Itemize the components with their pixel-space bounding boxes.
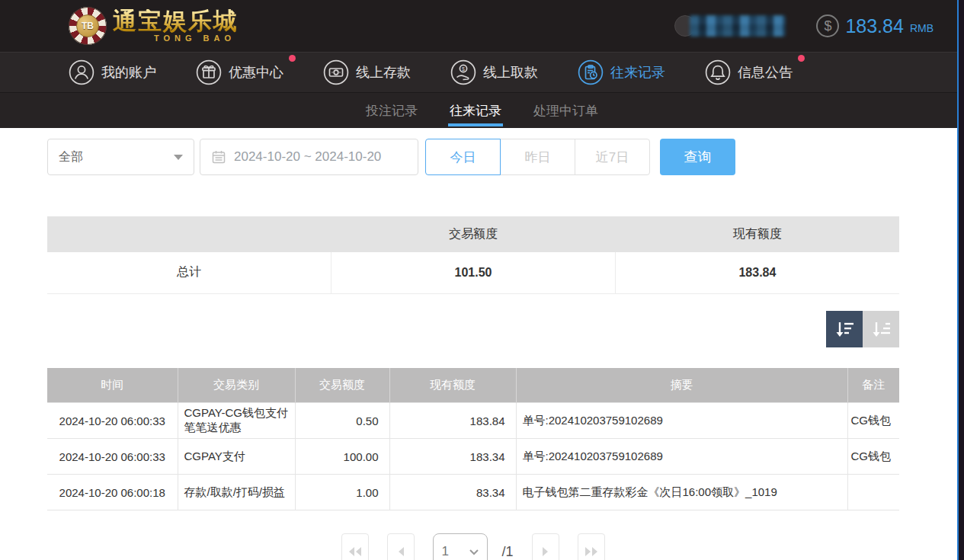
summary-balance-total: 183.84 xyxy=(615,252,899,293)
cell-note: CG钱包 xyxy=(847,439,899,475)
col-note: 备注 xyxy=(847,368,899,403)
first-page-icon xyxy=(348,546,362,557)
tab-pending-orders[interactable]: 处理中订单 xyxy=(532,93,600,128)
sort-descending-button[interactable] xyxy=(826,311,863,347)
site-subtitle: TONG BAO xyxy=(154,34,235,43)
dollar-coin-icon: $ xyxy=(816,14,839,37)
col-balance: 现有额度 xyxy=(389,368,516,403)
summary-total-label: 总计 xyxy=(47,252,331,293)
nav-item-records[interactable]: 往来记录 xyxy=(578,59,665,85)
nav-item-deposit[interactable]: 线上存款 xyxy=(323,59,411,85)
cell-balance: 83.34 xyxy=(389,475,516,510)
prev-page-icon xyxy=(397,546,405,557)
transactions-table: 时间 交易类别 交易额度 现有额度 摘要 备注 2024-10-20 06:00… xyxy=(47,368,899,511)
sort-descending-icon xyxy=(834,319,854,339)
page-total-label: /1 xyxy=(501,544,513,560)
gift-icon xyxy=(196,59,222,85)
filter-row: 全部 2024-10-20 ~ 2024-10-20 今日 昨日 近7日 查询 xyxy=(47,139,899,175)
sort-controls xyxy=(47,311,899,347)
summary-header-balance: 现有额度 xyxy=(615,216,899,252)
balance-display[interactable]: $ 183.84 RMB xyxy=(816,14,934,37)
nav-item-announcements[interactable]: 信息公告 xyxy=(705,59,793,85)
chevron-down-icon xyxy=(469,549,479,555)
bell-icon xyxy=(705,59,731,85)
last-page-button[interactable] xyxy=(578,533,605,560)
nav-label: 信息公告 xyxy=(738,63,793,82)
page-select-value: 1 xyxy=(441,544,448,559)
type-select[interactable]: 全部 xyxy=(47,139,194,175)
site-logo[interactable]: TB 通宝娱乐城 TONG BAO xyxy=(69,7,239,45)
notification-dot xyxy=(289,55,296,62)
col-type: 交易类别 xyxy=(178,368,295,403)
cell-type: CGPAY-CG钱包支付笔笔送优惠 xyxy=(178,403,295,439)
pagination: 1 /1 xyxy=(47,533,899,560)
summary-row-total: 总计 101.50 183.84 xyxy=(47,252,899,293)
cell-time: 2024-10-20 06:00:18 xyxy=(47,475,178,510)
cell-amount: 100.00 xyxy=(295,439,389,475)
casino-chip-icon: TB xyxy=(69,7,107,45)
cell-balance: 183.34 xyxy=(389,439,516,475)
username-area[interactable] xyxy=(674,15,786,37)
cell-amount: 1.00 xyxy=(295,475,389,510)
cell-type: 存款/取款/打码/损益 xyxy=(178,475,295,510)
cell-balance: 183.84 xyxy=(389,403,516,439)
cell-amount: 0.50 xyxy=(295,403,389,439)
cell-time: 2024-10-20 06:00:33 xyxy=(47,439,178,475)
svg-text:$: $ xyxy=(462,66,465,72)
deposit-icon xyxy=(323,59,349,85)
summary-header-transaction: 交易额度 xyxy=(331,216,616,252)
nav-label: 线上存款 xyxy=(356,63,411,82)
quick-btn-today[interactable]: 今日 xyxy=(425,139,501,175)
type-select-value: 全部 xyxy=(59,149,83,165)
nav-label: 我的账户 xyxy=(101,63,156,82)
quick-btn-last7days[interactable]: 近7日 xyxy=(575,139,650,175)
chip-monogram: TB xyxy=(76,14,99,37)
withdraw-icon: $ xyxy=(450,59,476,85)
table-row: 2024-10-20 06:00:33 CGPAY支付 100.00 183.3… xyxy=(47,439,899,475)
cell-summary: 单号:202410203759102689 xyxy=(516,439,847,475)
sort-ascending-icon xyxy=(871,319,891,339)
nav-label: 往来记录 xyxy=(610,63,665,82)
date-range-input[interactable]: 2024-10-20 ~ 2024-10-20 xyxy=(200,139,418,175)
quick-range-group: 今日 昨日 近7日 xyxy=(425,139,650,175)
cell-time: 2024-10-20 06:00:33 xyxy=(47,403,178,439)
calendar-icon xyxy=(211,149,226,165)
last-page-icon xyxy=(584,546,598,557)
col-summary: 摘要 xyxy=(516,368,847,403)
user-icon xyxy=(69,59,94,85)
cell-note: CG钱包 xyxy=(847,403,899,439)
nav-item-withdraw[interactable]: $ 线上取款 xyxy=(450,59,538,85)
sort-ascending-button[interactable] xyxy=(863,311,899,347)
date-range-value: 2024-10-20 ~ 2024-10-20 xyxy=(234,149,381,165)
content-area: 全部 2024-10-20 ~ 2024-10-20 今日 昨日 近7日 查询 … xyxy=(0,128,964,560)
quick-btn-yesterday[interactable]: 昨日 xyxy=(500,139,575,175)
notification-dot xyxy=(798,55,805,62)
cell-summary: 单号:202410203759102689 xyxy=(516,403,847,439)
nav-item-my-account[interactable]: 我的账户 xyxy=(69,59,156,85)
username-redacted xyxy=(690,15,786,37)
cell-type: CGPAY支付 xyxy=(178,439,295,475)
main-nav: 我的账户 优惠中心 线上存款 $ 线上取款 往来记录 xyxy=(0,52,964,92)
chevron-down-icon xyxy=(174,155,183,160)
col-amount: 交易额度 xyxy=(295,368,389,403)
transactions-header-row: 时间 交易类别 交易额度 现有额度 摘要 备注 xyxy=(47,368,899,403)
window-edge-strip xyxy=(959,0,964,560)
query-button[interactable]: 查询 xyxy=(660,139,735,175)
table-row: 2024-10-20 06:00:18 存款/取款/打码/损益 1.00 83.… xyxy=(47,475,899,510)
balance-currency: RMB xyxy=(910,22,934,34)
window-edge-line xyxy=(957,0,959,560)
prev-page-button[interactable] xyxy=(387,533,415,560)
records-tabbar: 投注记录 往来记录 处理中订单 xyxy=(0,92,964,128)
summary-table: 交易额度 现有额度 总计 101.50 183.84 xyxy=(47,216,899,294)
tab-bet-records[interactable]: 投注记录 xyxy=(364,93,419,128)
records-icon xyxy=(578,59,604,85)
page-select[interactable]: 1 xyxy=(433,533,488,560)
nav-label: 优惠中心 xyxy=(229,63,283,82)
col-time: 时间 xyxy=(47,368,178,403)
next-page-button[interactable] xyxy=(532,533,559,560)
site-header: TB 通宝娱乐城 TONG BAO $ 183.84 RMB xyxy=(0,0,964,52)
tab-transaction-records[interactable]: 往来记录 xyxy=(448,93,503,128)
site-title: 通宝娱乐城 xyxy=(113,9,239,33)
first-page-button[interactable] xyxy=(341,533,369,560)
nav-item-promotions[interactable]: 优惠中心 xyxy=(196,59,283,85)
